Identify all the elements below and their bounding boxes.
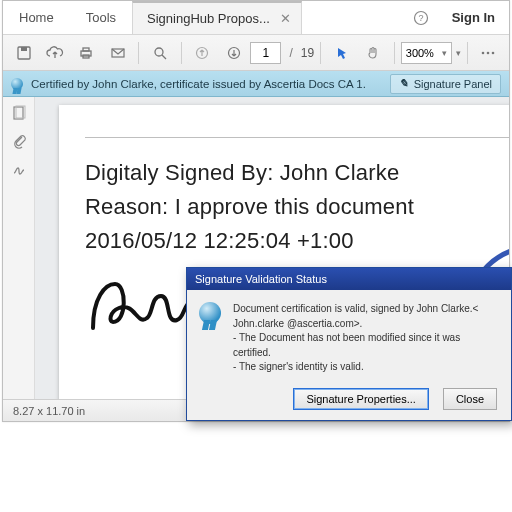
page-thumbnails-icon[interactable]: [11, 105, 27, 121]
page-up-icon[interactable]: [188, 39, 217, 67]
page-down-icon[interactable]: [219, 39, 248, 67]
svg-point-14: [492, 51, 495, 54]
tab-document-label: SigningHub Propos...: [147, 11, 270, 26]
svg-rect-3: [21, 47, 27, 51]
horizontal-rule: [85, 137, 509, 138]
signature-panel-button[interactable]: ✎ Signature Panel: [390, 74, 501, 94]
search-icon[interactable]: [145, 39, 174, 67]
ribbon-icon: [11, 78, 23, 90]
svg-rect-16: [16, 106, 25, 118]
dialog-line2: - The Document has not been modified sin…: [233, 331, 499, 360]
dialog-line1: Document certification is valid, signed …: [233, 302, 499, 331]
dialog-title-bar[interactable]: Signature Validation Status: [187, 268, 511, 290]
dialog-body: Document certification is valid, signed …: [187, 290, 511, 383]
page-separator: /: [283, 46, 298, 60]
svg-point-13: [487, 51, 490, 54]
svg-point-12: [482, 51, 485, 54]
zoom-dropdown[interactable]: 300% ▾: [401, 42, 452, 64]
toolbar-divider: [467, 42, 468, 64]
save-icon[interactable]: [9, 39, 38, 67]
more-icon[interactable]: [474, 39, 503, 67]
zoom-value: 300%: [406, 47, 434, 59]
close-tab-icon[interactable]: ✕: [280, 11, 291, 26]
chevron-down-icon: ▾: [442, 48, 447, 58]
print-icon[interactable]: [72, 39, 101, 67]
chevron-down-icon[interactable]: ▾: [456, 48, 461, 58]
signature-panel-label: Signature Panel: [414, 78, 492, 90]
svg-point-8: [155, 48, 163, 56]
toolbar: 1 / 19 300% ▾ ▾: [3, 35, 509, 71]
signed-by-line: Digitaly Signed By: John Clarke: [85, 156, 509, 190]
left-sidebar: [3, 97, 35, 399]
hand-pan-icon[interactable]: [358, 39, 387, 67]
tab-document[interactable]: SigningHub Propos... ✕: [132, 1, 302, 34]
mail-icon[interactable]: [103, 39, 132, 67]
reason-line: Reason: I approve this document: [85, 190, 509, 224]
help-icon[interactable]: ?: [404, 1, 438, 34]
toolbar-divider: [181, 42, 182, 64]
svg-line-9: [162, 55, 166, 59]
svg-rect-5: [83, 48, 89, 51]
dialog-line3: - The signer's identity is valid.: [233, 360, 499, 375]
tab-bar: Home Tools SigningHub Propos... ✕ ? Sign…: [3, 1, 509, 35]
close-button[interactable]: Close: [443, 388, 497, 410]
certification-banner: Certified by John Clarke, certificate is…: [3, 71, 509, 97]
signatures-icon[interactable]: [11, 161, 27, 177]
svg-rect-15: [14, 107, 23, 119]
toolbar-divider: [138, 42, 139, 64]
ribbon-icon: [199, 302, 221, 324]
pen-icon: ✎: [399, 77, 408, 90]
toolbar-divider: [394, 42, 395, 64]
certification-text: Certified by John Clarke, certificate is…: [31, 78, 366, 90]
dialog-message: Document certification is valid, signed …: [233, 302, 499, 375]
timestamp-line: 2016/05/12 12:25:04 +1:00: [85, 224, 509, 258]
page-number-input[interactable]: 1: [250, 42, 281, 64]
page-dimensions: 8.27 x 11.70 in: [13, 405, 85, 417]
dialog-title: Signature Validation Status: [195, 273, 327, 285]
tab-home[interactable]: Home: [3, 1, 70, 34]
signature-validation-dialog: Signature Validation Status Document cer…: [186, 267, 512, 421]
signature-properties-button[interactable]: Signature Properties...: [293, 388, 428, 410]
svg-text:?: ?: [418, 13, 423, 23]
cloud-upload-icon[interactable]: [40, 39, 69, 67]
sign-in-button[interactable]: Sign In: [438, 1, 509, 34]
arrow-cursor-icon[interactable]: [327, 39, 356, 67]
tab-tools[interactable]: Tools: [70, 1, 132, 34]
page-total: 19: [301, 46, 314, 60]
toolbar-divider: [320, 42, 321, 64]
attachments-icon[interactable]: [11, 133, 27, 149]
dialog-buttons: Signature Properties... Close: [293, 388, 497, 410]
